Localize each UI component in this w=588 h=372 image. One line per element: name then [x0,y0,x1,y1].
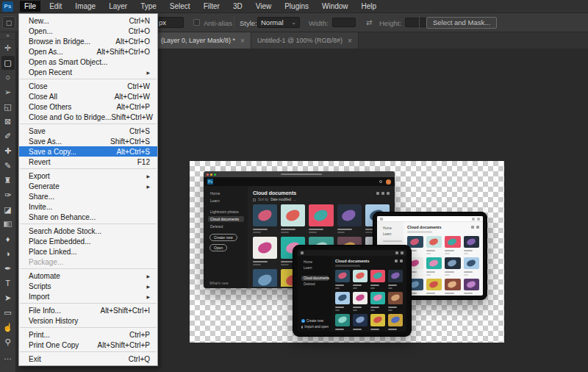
menu-file[interactable]: File [20,1,40,12]
menu-layer[interactable]: Layer [104,1,132,12]
style-dropdown[interactable]: Normal ⌄ [257,17,300,28]
file-menu-item-new[interactable]: New...Ctrl+N [19,15,157,26]
menu-plugins[interactable]: Plugins [280,1,313,12]
zoom-tool[interactable]: ⚲ [1,335,15,349]
swap-dimensions-icon[interactable]: ⇄ [366,18,372,26]
file-menu-item-exit[interactable]: ExitCtrl+Q [19,354,157,364]
file-menu-item-generate[interactable]: Generate▶ [19,181,157,191]
brush-tool[interactable]: ✎ [1,159,15,173]
file-menu-item-open-as-smart-object[interactable]: Open as Smart Object... [19,57,157,67]
mockup-open-button: Open [209,244,227,251]
menu-separator [20,168,157,169]
menu-image[interactable]: Image [71,1,100,12]
crop-tool[interactable]: ◱ [1,100,15,114]
file-menu-item-package[interactable]: Package... [19,257,157,267]
menu-view[interactable]: View [251,1,276,12]
object-selection-tool[interactable]: ➢ [1,85,15,99]
document-thumbnail [253,269,277,287]
menu-window[interactable]: Window [318,1,353,12]
file-menu-item-close-others[interactable]: Close OthersAlt+Ctrl+P [19,101,157,112]
path-selection-tool[interactable]: ➤ [1,291,15,305]
tab-close-icon[interactable]: × [348,37,352,45]
file-menu-item-browse-in-bridge[interactable]: Browse in Bridge...Alt+Ctrl+O [19,36,157,46]
file-menu-item-version-history[interactable]: Version History [19,315,157,326]
hand-tool[interactable]: ☝ [1,321,15,335]
document-artwork[interactable]: Ps HomeLearnLightroom photosCloud docume… [190,161,504,343]
file-menu-item-open-recent[interactable]: Open Recent▶ [19,67,157,77]
mockup-sidebar-item: Deleted [301,282,329,287]
type-tool[interactable]: T [1,276,15,290]
ps-badge-icon: Ps [207,179,213,185]
select-and-mask-button[interactable]: Select and Mask... [426,17,497,29]
rectangular-marquee-tool[interactable]: ▢ [1,56,15,70]
file-menu-item-print-one-copy[interactable]: Print One CopyAlt+Shift+Ctrl+P [19,340,157,350]
file-menu-item-scripts[interactable]: Scripts▶ [19,281,157,291]
photoshop-window: Ps FileEditImageLayerTypeSelectFilter3DV… [0,0,588,372]
move-tool[interactable]: ✛ [1,41,15,55]
document-thumbnail [388,292,403,311]
file-menu-item-import[interactable]: Import▶ [19,291,157,301]
rectangle-tool[interactable]: ▭ [1,306,15,320]
photoshop-app-icon[interactable]: Ps [2,1,13,12]
menu-shortcut: Ctrl+Q [129,355,150,363]
file-menu-item-place-embedded[interactable]: Place Embedded... [19,236,157,246]
mockup-tablet-dark: HomeLearnCloud documentsDeleted + Create… [293,245,412,337]
file-menu-item-save[interactable]: SaveCtrl+S [19,126,157,136]
file-menu-item-close-and-go-to-bridge[interactable]: Close and Go to Bridge...Shift+Ctrl+W [19,112,157,122]
clone-stamp-tool[interactable]: ♜ [1,174,15,187]
document-thumbnail [353,292,368,311]
file-menu-item-share-on-behance[interactable]: Share on Behance... [19,212,157,222]
mockup-sidebar-item: Learn [381,232,401,237]
mockup-header-title: Cloud documents [407,225,441,229]
collapse-panel-icon[interactable]: » [0,32,15,40]
eraser-tool[interactable]: ◪ [1,203,15,217]
file-menu-item-close-all[interactable]: Close AllAlt+Ctrl+W [19,91,157,101]
lasso-tool[interactable]: ○ [1,71,15,85]
file-menu-item-save-as[interactable]: Save As...Shift+Ctrl+S [19,136,157,146]
dodge-tool[interactable]: ◑ [1,247,15,261]
file-menu-item-place-linked[interactable]: Place Linked... [19,246,157,257]
file-menu-item-revert[interactable]: RevertF12 [19,157,157,167]
file-menu-item-file-info[interactable]: File Info...Alt+Shift+Ctrl+I [19,305,157,315]
menu-edit[interactable]: Edit [45,1,66,12]
pen-tool[interactable]: ✒ [1,262,15,276]
healing-brush-tool[interactable]: ✚ [1,144,15,158]
eyedropper-tool[interactable]: ✐ [1,129,15,143]
menu-type[interactable]: Type [136,1,161,12]
menu-3d[interactable]: 3D [229,1,247,12]
document-tab[interactable]: (Layer 0, Layer Mask/8) *× [155,32,251,49]
anti-alias-checkbox[interactable] [193,19,200,26]
file-menu-item-open[interactable]: Open...Ctrl+O [19,26,157,36]
submenu-arrow-icon: ▶ [146,70,150,75]
width-label: Width: [309,19,329,27]
document-tab[interactable]: Untitled-1 @ 100% (RGB/8#)× [251,32,359,49]
file-menu-item-print[interactable]: Print...Ctrl+P [19,329,157,340]
tool-preset-icon[interactable]: ▢ [2,16,15,29]
blur-tool[interactable]: ♦ [1,232,15,246]
document-thumbnail [426,279,442,295]
history-brush-tool[interactable]: ✑ [1,188,15,202]
file-menu-item-invite[interactable]: Invite... [19,201,157,212]
frame-tool[interactable]: ⊠ [1,115,15,129]
menu-select[interactable]: Select [165,1,195,12]
file-menu-item-export[interactable]: Export▶ [19,171,157,181]
tab-close-icon[interactable]: × [240,37,245,45]
file-menu-item-share[interactable]: Share... [19,191,157,201]
traffic-light-zoom-icon [214,174,216,176]
menu-help[interactable]: Help [357,1,381,12]
height-input[interactable] [405,18,429,27]
file-menu-item-search-adobe-stock[interactable]: Search Adobe Stock... [19,226,157,236]
document-thumbnail [309,204,333,233]
gradient-tool[interactable] [1,218,15,232]
document-thumbnail [337,204,362,233]
file-menu-item-open-as[interactable]: Open As...Alt+Shift+Ctrl+O [19,46,157,57]
file-menu-item-automate[interactable]: Automate▶ [19,271,157,281]
avatar [386,179,391,185]
width-input[interactable] [332,18,356,27]
menu-shortcut: Ctrl+N [129,17,150,25]
search-icon [379,180,382,183]
file-menu-item-save-a-copy[interactable]: Save a Copy...Alt+Ctrl+S [19,146,157,157]
file-menu-item-close[interactable]: CloseCtrl+W [19,81,157,91]
edit-toolbar[interactable]: … [1,350,15,364]
menu-filter[interactable]: Filter [199,1,224,12]
